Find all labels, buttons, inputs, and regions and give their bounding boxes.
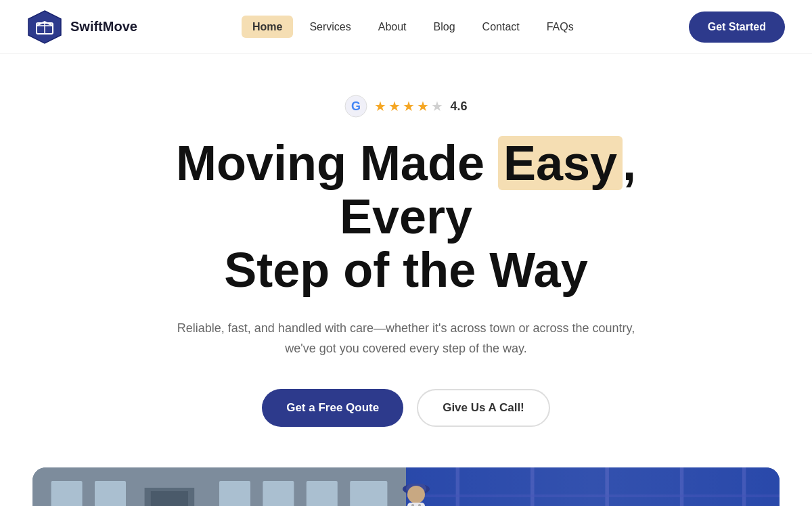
brand-name: SwiftMove (70, 19, 137, 34)
svg-point-28 (407, 486, 425, 503)
hero-title-highlight: Easy (498, 136, 623, 190)
svg-rect-12 (219, 481, 250, 506)
star-rating: ★ ★ ★ ★ ★ (374, 98, 443, 114)
svg-rect-13 (263, 481, 294, 506)
hero-subtitle: Reliable, fast, and handled with care—wh… (176, 318, 636, 359)
brand-logo-link[interactable]: SwiftMove (27, 9, 137, 45)
hero-section: G ★ ★ ★ ★ ★ 4.6 Moving Made Easy, Every … (0, 54, 812, 454)
svg-rect-29 (407, 503, 425, 506)
hero-image-section (0, 467, 812, 506)
navbar: SwiftMove Home Services About Blog Conta… (0, 0, 812, 54)
hero-image (32, 467, 780, 506)
svg-rect-25 (406, 467, 780, 506)
nav-item-home[interactable]: Home (242, 21, 293, 33)
nav-item-blog[interactable]: Blog (423, 21, 466, 33)
hero-img-left (32, 467, 406, 506)
hero-title-line2: Step of the Way (224, 243, 587, 297)
svg-text:G: G (351, 99, 361, 113)
star-4: ★ (417, 98, 429, 114)
rating-row: G ★ ★ ★ ★ ★ 4.6 (344, 95, 467, 118)
rating-score: 4.6 (450, 99, 467, 114)
google-icon: G (344, 95, 367, 118)
svg-rect-9 (151, 491, 188, 506)
hero-cta-buttons: Get a Free Qoute Give Us A Call! (262, 389, 550, 427)
hero-title: Moving Made Easy, Every Step of the Way (135, 137, 677, 298)
hero-img-right (406, 467, 780, 506)
svg-rect-11 (95, 481, 126, 506)
nav-menu: Home Services About Blog Contact FAQs (242, 21, 585, 33)
nav-item-faqs[interactable]: FAQs (536, 21, 585, 33)
star-3: ★ (403, 98, 415, 114)
person-figure (392, 474, 440, 506)
get-started-button[interactable]: Get Started (689, 12, 785, 43)
svg-rect-14 (307, 481, 338, 506)
get-quote-button[interactable]: Get a Free Qoute (262, 389, 403, 427)
nav-item-contact[interactable]: Contact (472, 21, 531, 33)
nav-item-services[interactable]: Services (298, 21, 361, 33)
svg-rect-10 (51, 481, 83, 506)
brand-logo-icon (27, 9, 62, 45)
call-us-button[interactable]: Give Us A Call! (417, 389, 550, 427)
hero-title-part1: Moving Made (176, 136, 498, 190)
nav-item-about[interactable]: About (367, 21, 418, 33)
star-2: ★ (388, 98, 401, 114)
star-1: ★ (374, 98, 386, 114)
star-5: ★ (431, 98, 443, 114)
svg-rect-15 (350, 481, 387, 506)
